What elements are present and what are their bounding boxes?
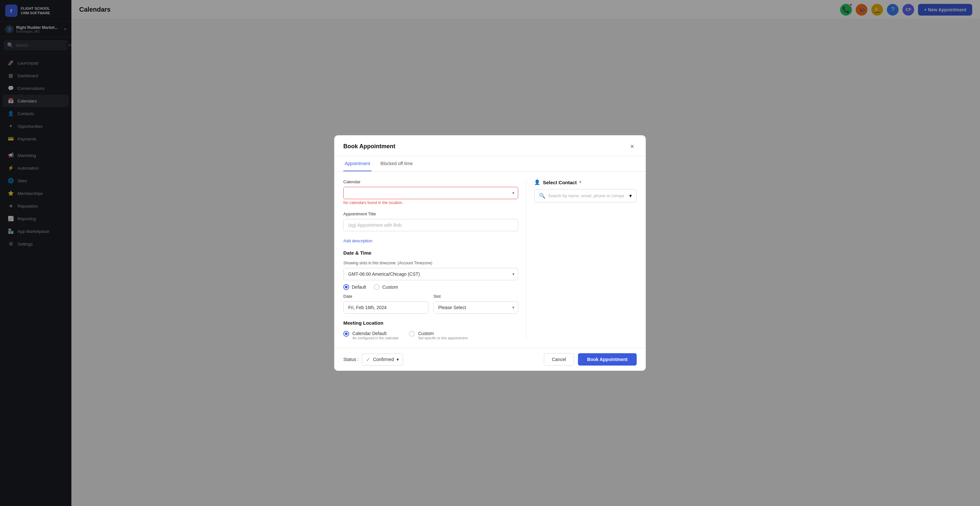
- calendar-select-wrapper: ▾: [343, 187, 518, 199]
- modal-footer: Status : ✓ Confirmed ▾ Cancel Book Appoi…: [334, 348, 646, 371]
- contact-section-label: Select Contact: [543, 180, 577, 185]
- location-custom[interactable]: Custom Set specific to this appointment: [409, 331, 467, 340]
- contact-search-icon: 🔍: [539, 193, 546, 199]
- status-section: Status : ✓ Confirmed ▾: [343, 354, 403, 366]
- slot-select[interactable]: Please Select: [434, 301, 519, 314]
- radio-custom-label: Custom: [382, 284, 398, 290]
- contact-search-box: 🔍 ▾: [534, 189, 637, 202]
- contact-search-chevron-icon: ▾: [629, 193, 632, 199]
- modal-body: Calendar ▾ No calendars found in the loc…: [334, 171, 646, 348]
- timezone-label: Showing slots in this timezone: (Account…: [343, 261, 518, 265]
- location-custom-circle: [409, 331, 415, 337]
- footer-buttons: Cancel Book Appointment: [544, 353, 637, 366]
- date-label: Date: [343, 294, 428, 299]
- modal-tabs: Appointment Blocked off time: [334, 156, 646, 171]
- radio-default-label: Default: [352, 284, 366, 290]
- modal-right-column: 👤 Select Contact * 🔍 ▾: [527, 179, 637, 340]
- calendar-form-group: Calendar ▾ No calendars found in the loc…: [343, 179, 518, 205]
- status-dropdown[interactable]: ✓ Confirmed ▾: [362, 354, 403, 366]
- location-calendar-default[interactable]: Calendar Default As configured in the ca…: [343, 331, 398, 340]
- date-time-group: Date & Time Showing slots in this timezo…: [343, 250, 518, 314]
- location-custom-text: Custom Set specific to this appointment: [418, 331, 467, 340]
- slot-select-wrapper: Please Select ▾: [434, 301, 519, 314]
- cancel-button[interactable]: Cancel: [544, 353, 574, 366]
- radio-default-circle: [343, 284, 349, 290]
- date-time-section-title: Date & Time: [343, 250, 518, 255]
- status-chevron-icon: ▾: [396, 357, 399, 362]
- meeting-location-section-title: Meeting Location: [343, 320, 518, 326]
- location-calendar-default-circle: [343, 331, 349, 337]
- appointment-title-form-group: Appointment Title: [343, 211, 518, 231]
- appointment-title-label: Appointment Title: [343, 211, 518, 216]
- slot-label: Slot: [434, 294, 519, 299]
- status-label: Status :: [343, 357, 359, 362]
- tab-blocked-off-time[interactable]: Blocked off time: [379, 156, 414, 171]
- calendar-select[interactable]: [343, 187, 518, 199]
- status-value: Confirmed: [373, 357, 394, 362]
- calendar-label: Calendar: [343, 179, 518, 184]
- location-custom-label: Custom: [418, 331, 467, 336]
- slot-input-wrap: Slot Please Select ▾: [434, 294, 519, 314]
- timezone-select[interactable]: GMT-06:00 America/Chicago (CST): [343, 268, 518, 280]
- book-appointment-button[interactable]: Book Appointment: [578, 353, 637, 366]
- timezone-select-wrapper: GMT-06:00 America/Chicago (CST) ▾: [343, 268, 518, 280]
- location-custom-sub: Set specific to this appointment: [418, 336, 467, 340]
- modal-close-button[interactable]: ×: [628, 142, 637, 151]
- location-calendar-default-text: Calendar Default As configured in the ca…: [352, 331, 398, 340]
- location-options: Calendar Default As configured in the ca…: [343, 331, 518, 340]
- duration-radio-group: Default Custom: [343, 284, 518, 290]
- book-appointment-modal: Book Appointment × Appointment Blocked o…: [334, 135, 646, 371]
- date-slot-row: Date Slot Please Select ▾: [343, 294, 518, 314]
- modal-left-column: Calendar ▾ No calendars found in the loc…: [343, 179, 527, 340]
- add-description-link[interactable]: Add description: [343, 238, 372, 243]
- location-calendar-default-label: Calendar Default: [352, 331, 398, 336]
- modal-header: Book Appointment ×: [334, 135, 646, 156]
- contact-header: 👤 Select Contact *: [534, 179, 637, 185]
- location-calendar-default-sub: As configured in the calendar: [352, 336, 398, 340]
- radio-default[interactable]: Default: [343, 284, 366, 290]
- required-star: *: [579, 180, 581, 185]
- radio-custom[interactable]: Custom: [374, 284, 398, 290]
- calendar-error-text: No calendars found in the location.: [343, 200, 518, 205]
- contact-person-icon: 👤: [534, 179, 540, 185]
- modal-title: Book Appointment: [343, 143, 395, 150]
- meeting-location-group: Meeting Location Calendar Default As con…: [343, 320, 518, 340]
- date-input-wrap: Date: [343, 294, 428, 314]
- status-check-icon: ✓: [366, 357, 370, 363]
- radio-custom-circle: [374, 284, 380, 290]
- contact-search-input[interactable]: [548, 194, 627, 198]
- tab-appointment[interactable]: Appointment: [343, 156, 372, 171]
- appointment-title-input[interactable]: [343, 219, 518, 231]
- add-description-group: Add description: [343, 238, 518, 244]
- date-input[interactable]: [343, 301, 428, 314]
- modal-overlay[interactable]: Book Appointment × Appointment Blocked o…: [0, 0, 980, 506]
